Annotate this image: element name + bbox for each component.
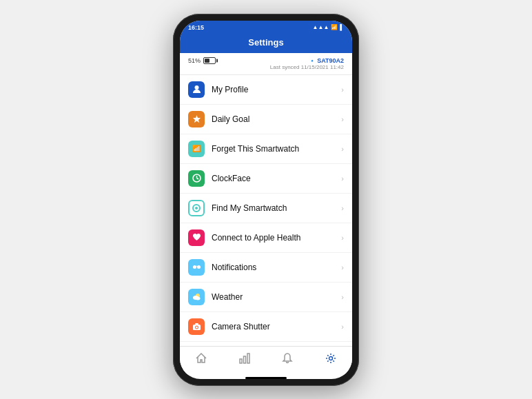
clockface-label: ClockFace (212, 174, 341, 183)
my-profile-label: My Profile (212, 85, 341, 94)
menu-item-notifications[interactable]: Notifications › (180, 253, 352, 283)
tab-home[interactable] (190, 351, 213, 369)
menu-item-find-smartwatch[interactable]: Find My Smartwatch › (180, 194, 352, 223)
menu-item-apple-health[interactable]: Connect to Apple Health › (180, 223, 352, 253)
menu-item-weather[interactable]: Weather › (180, 283, 352, 312)
battery-percent: 51% (188, 57, 201, 64)
apple-health-label: Connect to Apple Health (212, 233, 341, 243)
svg-rect-12 (195, 323, 198, 325)
phone-frame: 16:15 ▲▲▲ 📶 ▌ Settings 51% 🔹 SAT90A (173, 14, 359, 386)
battery-row: 51% (188, 57, 216, 64)
weather-label: Weather (212, 292, 341, 302)
status-icons: ▲▲▲ 📶 ▌ (313, 24, 344, 30)
daily-goal-chevron: › (341, 115, 344, 123)
notifications-chevron: › (341, 263, 344, 272)
device-name: 🔹 SAT90A2 (270, 57, 344, 64)
signal-icon: ▲▲▲ (313, 24, 329, 30)
battery-fill (205, 59, 209, 63)
notifications-label: Notifications (212, 263, 341, 272)
daily-goal-label: Daily Goal (212, 114, 341, 124)
bt-icon: 🔹 (309, 58, 316, 64)
svg-point-8 (195, 297, 200, 300)
tab-stats[interactable] (233, 351, 256, 369)
svg-point-0 (194, 85, 198, 90)
camera-shutter-label: Camera Shutter (212, 322, 341, 331)
weather-chevron: › (341, 293, 344, 301)
svg-rect-13 (240, 359, 242, 363)
notifications-icon (188, 259, 205, 276)
menu-item-daily-goal[interactable]: Daily Goal › (180, 105, 352, 134)
status-time: 16:15 (188, 24, 204, 31)
my-profile-icon (188, 81, 205, 98)
weather-icon (188, 289, 205, 305)
menu-item-my-profile[interactable]: My Profile › (180, 75, 352, 105)
svg-rect-15 (247, 354, 249, 363)
svg-rect-14 (243, 356, 245, 363)
camera-shutter-icon (188, 318, 205, 335)
tab-notifications[interactable] (276, 351, 299, 369)
sync-time: Last synced 11/15/2021 11:42 (270, 64, 344, 70)
forget-smartwatch-icon: 📶 (188, 141, 205, 157)
battery-icon (203, 57, 216, 64)
wifi-icon: 📶 (331, 24, 338, 30)
forget-smartwatch-label: Forget This Smartwatch (212, 144, 341, 154)
camera-shutter-chevron: › (341, 323, 344, 331)
svg-point-16 (329, 356, 332, 360)
clockface-icon (188, 170, 205, 187)
home-bar (245, 377, 287, 379)
nav-bar: Settings (180, 33, 352, 53)
find-smartwatch-label: Find My Smartwatch (212, 203, 341, 213)
svg-line-3 (196, 178, 198, 180)
menu-list: My Profile › Daily Goal › 📶 Forget This … (180, 75, 352, 346)
my-profile-chevron: › (341, 85, 344, 94)
device-info-row: 51% 🔹 SAT90A2 Last synced 11/15/2021 11:… (180, 53, 352, 75)
apple-health-chevron: › (341, 234, 344, 242)
apple-health-icon (188, 229, 205, 246)
device-right: 🔹 SAT90A2 Last synced 11/15/2021 11:42 (270, 57, 344, 70)
find-smartwatch-icon (188, 200, 205, 216)
home-icon (195, 352, 207, 367)
phone-screen: 16:15 ▲▲▲ 📶 ▌ Settings 51% 🔹 SAT90A (180, 21, 352, 379)
menu-item-camera-shutter[interactable]: Camera Shutter › (180, 312, 352, 342)
battery-status-icon: ▌ (340, 24, 344, 30)
menu-item-clockface[interactable]: ClockFace › (180, 164, 352, 194)
stats-icon (238, 352, 251, 367)
menu-item-forget-smartwatch[interactable]: 📶 Forget This Smartwatch › (180, 134, 352, 164)
svg-point-11 (196, 327, 198, 329)
tab-settings[interactable] (319, 351, 342, 369)
find-smartwatch-chevron: › (341, 204, 344, 212)
tab-bar (180, 346, 352, 375)
settings-gear-icon (325, 352, 337, 367)
clockface-chevron: › (341, 174, 344, 183)
forget-smartwatch-chevron: › (341, 145, 344, 153)
daily-goal-icon (188, 111, 205, 127)
nav-title: Settings (248, 37, 283, 48)
bell-icon (281, 352, 294, 367)
status-bar: 16:15 ▲▲▲ 📶 ▌ (180, 21, 352, 33)
